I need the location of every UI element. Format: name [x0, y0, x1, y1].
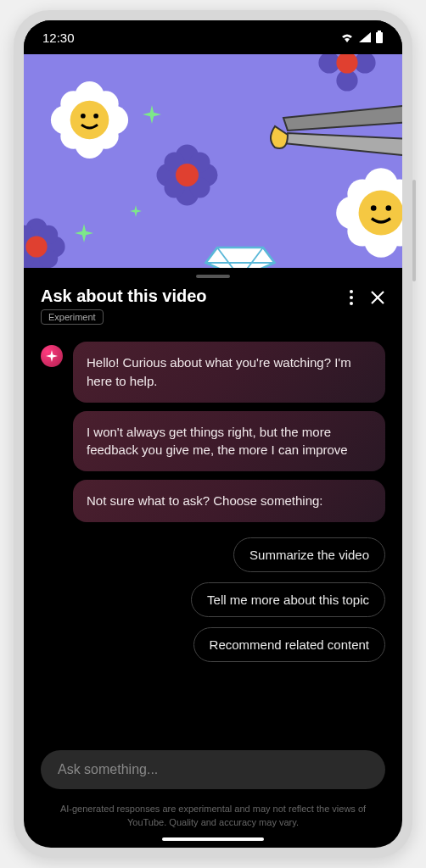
suggestion-list: Summarize the video Tell me more about t…	[41, 537, 385, 662]
suggestion-chip[interactable]: Tell me more about this topic	[191, 582, 385, 617]
disclaimer-text: AI-generated responses are experimental …	[24, 796, 402, 837]
close-button[interactable]	[370, 290, 385, 305]
panel-header: Ask about this video Experiment	[24, 278, 402, 337]
svg-point-23	[386, 205, 392, 211]
svg-point-55	[350, 302, 353, 305]
flower-decoration	[334, 166, 402, 259]
svg-rect-1	[378, 31, 381, 32]
flower-decoration	[24, 217, 66, 268]
svg-marker-47	[206, 248, 275, 268]
ai-message: Not sure what to ask? Choose something:	[73, 480, 385, 522]
panel-title: Ask about this video	[41, 287, 350, 306]
status-time: 12:30	[42, 31, 75, 45]
more-vertical-icon	[350, 290, 353, 305]
status-bar: 12:30	[24, 20, 402, 54]
ai-message-row: Hello! Curious about what you're watchin…	[41, 342, 385, 522]
svg-point-53	[350, 290, 353, 293]
phone-frame: 12:30	[14, 10, 412, 858]
scissors-decoration	[241, 92, 402, 177]
suggestion-chip[interactable]: Recommend related content	[193, 627, 385, 662]
experiment-badge: Experiment	[41, 309, 104, 325]
svg-rect-0	[376, 32, 383, 43]
ai-message: Hello! Curious about what you're watchin…	[73, 342, 385, 403]
svg-point-41	[176, 164, 199, 186]
home-indicator[interactable]	[162, 837, 264, 841]
gem-decoration	[202, 230, 278, 268]
signal-icon	[358, 31, 372, 43]
svg-marker-52	[283, 133, 402, 156]
ai-message: I won't always get things right, but the…	[73, 411, 385, 472]
svg-point-12	[93, 114, 98, 119]
screen: 12:30	[24, 20, 402, 848]
ask-input[interactable]: Ask something...	[41, 750, 385, 789]
svg-point-21	[359, 191, 402, 236]
wifi-icon	[339, 31, 355, 43]
svg-point-10	[70, 101, 109, 140]
status-icons	[339, 31, 384, 44]
svg-point-11	[81, 114, 86, 119]
ai-avatar	[41, 345, 63, 367]
chat-area: Hello! Curious about what you're watchin…	[24, 337, 402, 733]
sparkle-icon	[46, 350, 58, 362]
sparkle-decoration	[130, 205, 142, 217]
svg-point-22	[371, 205, 377, 211]
suggestion-chip[interactable]: Summarize the video	[233, 537, 385, 572]
flower-decoration	[49, 80, 130, 160]
flower-decoration	[155, 143, 219, 207]
sparkle-decoration	[75, 224, 93, 242]
sparkle-decoration	[143, 105, 161, 124]
svg-marker-51	[283, 105, 402, 131]
video-player[interactable]	[24, 54, 402, 268]
svg-point-46	[336, 54, 357, 74]
more-options-button[interactable]	[350, 290, 353, 305]
close-icon	[370, 290, 385, 305]
input-area: Ask something...	[24, 733, 402, 796]
battery-icon	[375, 31, 384, 44]
svg-point-32	[25, 236, 47, 257]
svg-point-54	[350, 296, 353, 299]
flower-decoration	[317, 54, 377, 92]
